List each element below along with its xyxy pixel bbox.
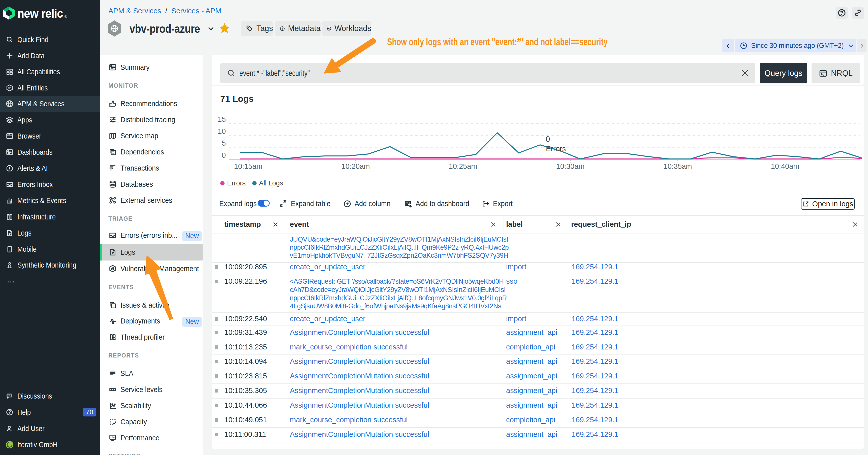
svg-text:Errors: Errors: [546, 144, 566, 153]
svg-text:10:15am: 10:15am: [234, 162, 262, 170]
svg-text:15: 15: [218, 115, 226, 123]
svg-text:10:30am: 10:30am: [556, 162, 585, 170]
svg-text:0: 0: [546, 135, 550, 143]
svg-text:10: 10: [218, 127, 226, 135]
svg-text:10:25am: 10:25am: [449, 162, 477, 170]
svg-text:0: 0: [222, 151, 226, 159]
svg-text:5: 5: [222, 139, 226, 147]
svg-text:10:40am: 10:40am: [771, 162, 800, 170]
svg-text:10:20am: 10:20am: [341, 162, 370, 170]
svg-text:10:35am: 10:35am: [663, 162, 692, 170]
